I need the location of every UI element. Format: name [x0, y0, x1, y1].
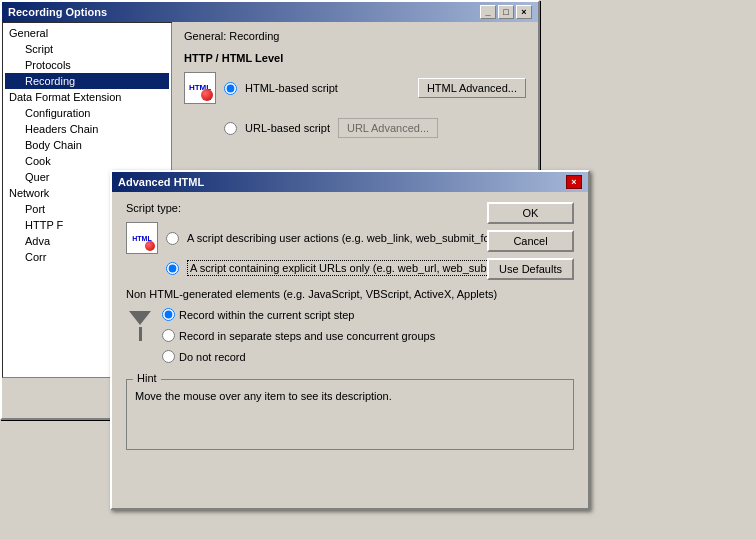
option1-label: A script describing user actions (e.g. w…: [187, 232, 506, 244]
option2-radio[interactable]: [166, 262, 179, 275]
sidebar-item-general[interactable]: General: [5, 25, 169, 41]
non-html-content: Record within the current script step Re…: [126, 308, 574, 367]
sidebar-item-recording[interactable]: Recording: [5, 73, 169, 89]
hint-groupbox: Hint Move the mouse over any item to see…: [126, 379, 574, 450]
option1-radio[interactable]: [166, 232, 179, 245]
record-separate-radio[interactable]: [162, 329, 175, 342]
dialog-ok-button[interactable]: OK: [487, 202, 574, 224]
dialog-red-circle: [145, 241, 155, 251]
do-not-record-label: Do not record: [179, 351, 246, 363]
record-within-radio[interactable]: [162, 308, 175, 321]
non-html-radios: Record within the current script step Re…: [162, 308, 435, 367]
sidebar-item-protocols[interactable]: Protocols: [5, 57, 169, 73]
non-html-section: Non HTML-generated elements (e.g. JavaSc…: [126, 288, 574, 367]
url-advanced-button: URL Advanced...: [338, 118, 438, 138]
html-based-radio[interactable]: [224, 82, 237, 95]
recording-options-titlebar: Recording Options _ □ ×: [2, 2, 538, 22]
record-separate-label: Record in separate steps and use concurr…: [179, 330, 435, 342]
option2-label: A script containing explicit URLs only (…: [187, 260, 535, 276]
url-based-row: URL-based script URL Advanced...: [184, 112, 526, 144]
do-not-record-row: Do not record: [162, 350, 435, 363]
dialog-footer: OK Cancel Use Defaults: [487, 202, 574, 280]
html-based-row: HTML HTML-based script HTML Advanced...: [184, 72, 526, 104]
record-within-label: Record within the current script step: [179, 309, 354, 321]
record-within-row: Record within the current script step: [162, 308, 435, 321]
sidebar-item-configuration[interactable]: Configuration: [5, 105, 169, 121]
do-not-record-radio[interactable]: [162, 350, 175, 363]
url-based-radio[interactable]: [224, 122, 237, 135]
section-title: General: Recording: [184, 30, 526, 42]
sidebar-item-headers-chain[interactable]: Headers Chain: [5, 121, 169, 137]
record-separate-row: Record in separate steps and use concurr…: [162, 329, 435, 342]
filter-icon: [126, 308, 154, 344]
sidebar-item-cook[interactable]: Cook: [5, 153, 169, 169]
non-html-label: Non HTML-generated elements (e.g. JavaSc…: [126, 288, 574, 300]
level-title: HTTP / HTML Level: [184, 52, 526, 64]
hint-content: Move the mouse over any item to see its …: [135, 386, 565, 441]
dialog-cancel-button[interactable]: Cancel: [487, 230, 574, 252]
sidebar-item-body-chain[interactable]: Body Chain: [5, 137, 169, 153]
html-advanced-button[interactable]: HTML Advanced...: [418, 78, 526, 98]
html-based-label: HTML-based script: [245, 82, 338, 94]
minimize-button[interactable]: _: [480, 5, 496, 19]
http-html-level-section: HTTP / HTML Level HTML HTML-based script…: [184, 52, 526, 144]
sidebar-item-data-format[interactable]: Data Format Extension: [5, 89, 169, 105]
filter-top-icon: [129, 311, 151, 325]
html-icon-box: HTML: [184, 72, 216, 104]
recording-options-title: Recording Options: [8, 6, 107, 18]
html-red-circle: [201, 89, 213, 101]
sidebar-item-script[interactable]: Script: [5, 41, 169, 57]
titlebar-controls: _ □ ×: [480, 5, 532, 19]
dialog-icon-box: HTML: [126, 222, 158, 254]
advanced-html-titlebar: Advanced HTML ×: [112, 172, 588, 192]
maximize-button[interactable]: □: [498, 5, 514, 19]
advanced-html-title: Advanced HTML: [118, 176, 204, 188]
url-spacer: [184, 112, 216, 144]
advanced-html-close-button[interactable]: ×: [566, 175, 582, 189]
dialog-use-defaults-button[interactable]: Use Defaults: [487, 258, 574, 280]
close-button[interactable]: ×: [516, 5, 532, 19]
advanced-html-dialog: Advanced HTML × OK Cancel Use Defaults S…: [110, 170, 590, 510]
filter-bottom-icon: [139, 327, 142, 341]
url-based-label: URL-based script: [245, 122, 330, 134]
hint-title: Hint: [133, 372, 161, 384]
